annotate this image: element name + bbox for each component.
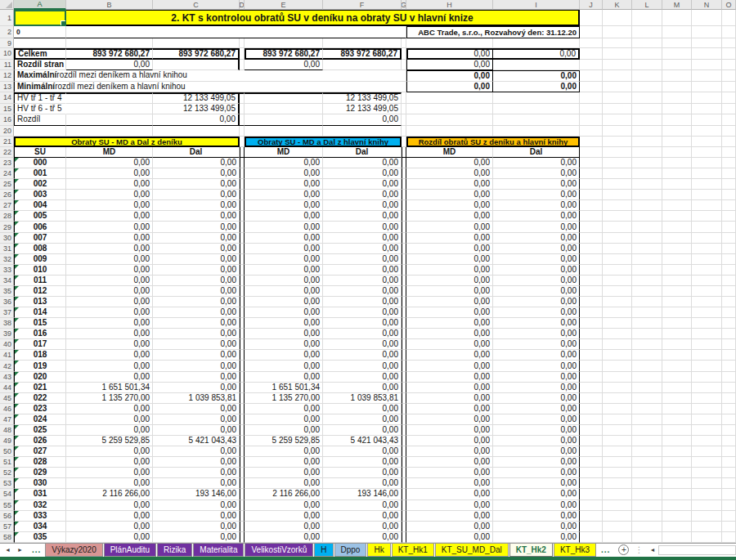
- su-code-014[interactable]: 014: [14, 307, 66, 318]
- cell-O26[interactable]: [722, 190, 736, 200]
- cell-O11[interactable]: [722, 60, 736, 71]
- hk-md-031[interactable]: 2 116 266,00: [245, 489, 323, 500]
- hk-md-026[interactable]: 5 259 529,85: [245, 436, 323, 446]
- cell-K37[interactable]: [603, 307, 632, 318]
- row-header-22[interactable]: 22: [0, 147, 14, 158]
- cell-O12[interactable]: [722, 70, 736, 82]
- cell-M54[interactable]: [662, 489, 692, 500]
- cell-J35[interactable]: [580, 286, 603, 297]
- row-header-50[interactable]: 50: [0, 446, 14, 457]
- row-header-12[interactable]: 12: [0, 70, 14, 82]
- cell-L55[interactable]: [632, 500, 662, 511]
- cell-O34[interactable]: [722, 276, 736, 286]
- row-header-23[interactable]: 23: [0, 158, 14, 168]
- denik-md-012[interactable]: 0,00: [66, 286, 153, 297]
- denik-md-019[interactable]: 0,00: [66, 361, 153, 371]
- cell-M57[interactable]: [662, 522, 692, 532]
- cell-J29[interactable]: [580, 222, 603, 232]
- row-header-25[interactable]: 25: [0, 179, 14, 190]
- rozdil-md-000[interactable]: 0,00: [406, 158, 493, 168]
- rozdil-dal-012[interactable]: 0,00: [493, 286, 580, 297]
- cell-O57[interactable]: [722, 522, 736, 532]
- hk-md-016[interactable]: 0,00: [245, 329, 323, 339]
- cell-K11[interactable]: [603, 60, 632, 71]
- cell-K51[interactable]: [603, 457, 632, 468]
- denik-md-029[interactable]: 0,00: [66, 468, 153, 478]
- cell-L27[interactable]: [632, 200, 662, 211]
- celkem-hk-dal[interactable]: 893 972 680,27: [323, 48, 402, 60]
- cell-M29[interactable]: [662, 222, 692, 232]
- rozdil-md-013[interactable]: 0,00: [406, 297, 493, 307]
- cell-J24[interactable]: [580, 168, 603, 179]
- cell-L48[interactable]: [632, 425, 662, 436]
- rozdil-dal-008[interactable]: 0,00: [493, 244, 580, 254]
- denik-md-004[interactable]: 0,00: [66, 200, 153, 211]
- cell-K25[interactable]: [603, 179, 632, 190]
- su-code-000[interactable]: 000: [14, 158, 66, 168]
- su-code-011[interactable]: 011: [14, 276, 66, 286]
- cell-M39[interactable]: [662, 329, 692, 339]
- cell-H16[interactable]: [406, 114, 493, 126]
- rozdil-dal-022[interactable]: 0,00: [493, 393, 580, 404]
- cell-N46[interactable]: [692, 404, 722, 414]
- column-header-K[interactable]: K: [603, 0, 632, 10]
- denik-md-027[interactable]: 0,00: [66, 446, 153, 457]
- cell-J23[interactable]: [580, 158, 603, 168]
- cell-M12[interactable]: [662, 70, 692, 82]
- cell-H9[interactable]: [406, 38, 493, 48]
- celkem-rozdil-dal[interactable]: 0,00: [493, 48, 580, 60]
- sheet-tab-H[interactable]: H: [314, 544, 333, 557]
- hk-md-001[interactable]: 0,00: [245, 168, 323, 179]
- rozdil-dal-017[interactable]: 0,00: [493, 339, 580, 350]
- sheet-tab-KT_Hk2[interactable]: KT_Hk2: [509, 544, 553, 557]
- cell-K1[interactable]: [603, 10, 632, 26]
- cell-L38[interactable]: [632, 318, 662, 329]
- denik-md-011[interactable]: 0,00: [66, 276, 153, 286]
- denik-dal-032[interactable]: 0,00: [153, 500, 240, 511]
- cell-J41[interactable]: [580, 350, 603, 361]
- su-code-033[interactable]: 033: [14, 511, 66, 522]
- su-code-013[interactable]: 013: [14, 297, 66, 307]
- hk-dal-015[interactable]: 0,00: [323, 318, 402, 329]
- sheet-tab-PlánAuditu[interactable]: PlánAuditu: [104, 544, 156, 557]
- cell-L46[interactable]: [632, 404, 662, 414]
- cell-M46[interactable]: [662, 404, 692, 414]
- cell-M25[interactable]: [662, 179, 692, 190]
- denik-md-000[interactable]: 0,00: [66, 158, 153, 168]
- cell-K46[interactable]: [603, 404, 632, 414]
- cell-M21[interactable]: [662, 137, 692, 148]
- denik-md-016[interactable]: 0,00: [66, 329, 153, 339]
- cell-K20[interactable]: [603, 126, 632, 137]
- cell-O28[interactable]: [722, 211, 736, 222]
- cell-K2[interactable]: [603, 26, 632, 38]
- cell-M31[interactable]: [662, 244, 692, 254]
- rozdil-md-023[interactable]: 0,00: [406, 404, 493, 414]
- su-code-032[interactable]: 032: [14, 500, 66, 511]
- cell-J58[interactable]: [580, 532, 603, 543]
- denik-md-003[interactable]: 0,00: [66, 190, 153, 200]
- cell-J14[interactable]: [580, 92, 603, 104]
- cell-L53[interactable]: [632, 478, 662, 489]
- cell-M43[interactable]: [662, 372, 692, 383]
- hk-dal-031[interactable]: 193 146,00: [323, 489, 402, 500]
- rozdil-md-014[interactable]: 0,00: [406, 307, 493, 318]
- hk-md-010[interactable]: 0,00: [245, 265, 323, 276]
- row-header-26[interactable]: 26: [0, 190, 14, 200]
- cell-H14[interactable]: [406, 92, 493, 104]
- cell-N10[interactable]: [692, 48, 722, 60]
- cell-b14[interactable]: [66, 92, 153, 104]
- row-header-38[interactable]: 38: [0, 318, 14, 329]
- su-code-031[interactable]: 031: [14, 489, 66, 500]
- denik-md-028[interactable]: 0,00: [66, 457, 153, 468]
- rozdil-dal-021[interactable]: 0,00: [493, 383, 580, 393]
- row-header-57[interactable]: 57: [0, 522, 14, 532]
- cell-K29[interactable]: [603, 222, 632, 232]
- cell-K24[interactable]: [603, 168, 632, 179]
- row-header-52[interactable]: 52: [0, 468, 14, 478]
- cell-M58[interactable]: [662, 532, 692, 543]
- denik-dal-019[interactable]: 0,00: [153, 361, 240, 371]
- cell-N44[interactable]: [692, 383, 722, 393]
- cell-E20[interactable]: [245, 126, 323, 137]
- rozdil-dal-018[interactable]: 0,00: [493, 350, 580, 361]
- row-header-58[interactable]: 58: [0, 532, 14, 543]
